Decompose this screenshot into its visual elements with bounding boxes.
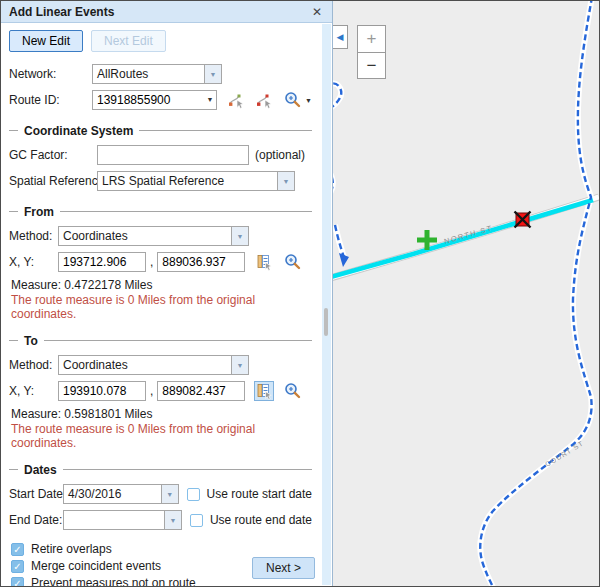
end-date-label: End Date: — [9, 513, 63, 527]
to-x-input[interactable] — [58, 381, 146, 401]
collapse-panel-button[interactable]: ◀ — [333, 25, 348, 49]
network-select-arrow-icon[interactable]: ▼ — [204, 65, 221, 83]
select-route-end-on-map-icon[interactable] — [255, 90, 274, 110]
river-casing — [333, 1, 592, 586]
prevent-measures-checkbox[interactable]: ✓ — [11, 577, 24, 587]
coordinate-system-title: Coordinate System — [24, 124, 133, 138]
network-select-value: AllRoutes — [93, 65, 204, 83]
collapse-arrow-icon: ◀ — [337, 32, 344, 42]
panel-title: Add Linear Events — [9, 5, 114, 19]
to-y-input[interactable] — [157, 381, 245, 401]
spatial-reference-label: Spatial Reference: — [9, 174, 97, 188]
to-method-label: Method: — [9, 358, 58, 372]
from-xy-label: X, Y: — [9, 255, 58, 269]
gc-factor-label: GC Factor: — [9, 148, 97, 162]
end-date-arrow-icon[interactable]: ▼ — [164, 511, 181, 529]
network-select[interactable]: AllRoutes ▼ — [92, 64, 222, 84]
to-method-arrow-icon[interactable]: ▼ — [231, 356, 248, 374]
stream-arrowhead — [339, 253, 349, 267]
to-measure-warning: The route measure is 0 Miles from the or… — [11, 422, 312, 450]
xy-separator: , — [150, 255, 153, 269]
close-icon[interactable]: ✕ — [310, 5, 324, 19]
next-edit-button: Next Edit — [91, 30, 166, 52]
to-title: To — [24, 334, 38, 348]
add-linear-events-panel: Add Linear Events ✕ New Edit Next Edit N… — [1, 1, 333, 586]
to-point-marker[interactable] — [515, 212, 531, 228]
network-label: Network: — [9, 67, 92, 81]
end-date-row: End Date: ▼ Use route end date — [9, 509, 312, 531]
pick-to-coordinates-icon[interactable] — [254, 381, 274, 401]
map-zoom-control: + − — [357, 25, 386, 79]
from-method-row: Method: Coordinates ▼ — [9, 225, 312, 247]
to-xy-label: X, Y: — [9, 384, 58, 398]
from-method-select[interactable]: Coordinates ▼ — [58, 226, 249, 246]
from-method-value: Coordinates — [59, 227, 231, 245]
map-canvas[interactable]: NORTH ST COURT ST — [333, 1, 599, 586]
use-route-start-date-checkbox[interactable] — [187, 488, 200, 501]
xy-separator: , — [150, 384, 153, 398]
zoom-to-from-point-icon[interactable] — [283, 252, 303, 272]
use-route-end-date-checkbox[interactable] — [190, 514, 203, 527]
start-date-arrow-icon[interactable]: ▼ — [161, 485, 178, 503]
zoom-to-to-point-icon[interactable] — [283, 381, 303, 401]
gc-factor-input[interactable] — [97, 145, 249, 165]
route-id-row: Route ID: ▼ — [9, 89, 312, 111]
to-method-value: Coordinates — [59, 356, 231, 374]
from-xy-row: X, Y: , — [9, 251, 312, 273]
map-view[interactable]: NORTH ST COURT ST ◀ + − — [333, 1, 599, 586]
panel-body: New Edit Next Edit Network: AllRoutes ▼ … — [1, 23, 332, 586]
route-id-input[interactable] — [92, 90, 217, 110]
start-date-label: Start Date: — [9, 487, 63, 501]
use-route-start-date-label: Use route start date — [207, 487, 312, 501]
panel-header: Add Linear Events ✕ — [1, 1, 332, 23]
zoom-to-route-icon[interactable] — [283, 90, 303, 110]
end-date-select[interactable]: ▼ — [63, 510, 182, 530]
route-id-combobox[interactable]: ▼ — [92, 90, 217, 110]
panel-scrollbar[interactable] — [322, 24, 331, 585]
spatial-reference-value: LRS Spatial Reference — [98, 172, 277, 190]
from-title: From — [24, 205, 54, 219]
to-method-select[interactable]: Coordinates ▼ — [58, 355, 249, 375]
use-route-end-date-label: Use route end date — [210, 513, 312, 527]
zoom-out-button[interactable]: − — [357, 52, 386, 79]
spatial-reference-row: Spatial Reference: LRS Spatial Reference… — [9, 170, 312, 192]
start-date-value: 4/30/2016 — [64, 485, 161, 503]
end-date-value — [64, 511, 164, 529]
street-label-court-st: COURT ST — [544, 439, 585, 467]
retire-overlaps-label: Retire overlaps — [31, 542, 112, 556]
spatial-reference-arrow-icon[interactable]: ▼ — [277, 172, 294, 190]
to-method-row: Method: Coordinates ▼ — [9, 354, 312, 376]
event-editor-window: Add Linear Events ✕ New Edit Next Edit N… — [0, 0, 600, 587]
start-date-select[interactable]: 4/30/2016 ▼ — [63, 484, 179, 504]
retire-overlaps-row: ✓ Retire overlaps — [11, 541, 312, 557]
to-section: To — [9, 333, 312, 348]
prevent-measures-label: Prevent measures not on route — [31, 576, 196, 586]
retire-overlaps-checkbox[interactable]: ✓ — [11, 543, 24, 556]
from-x-input[interactable] — [58, 252, 146, 272]
select-route-start-on-map-icon[interactable] — [226, 90, 245, 110]
next-button[interactable]: Next > — [252, 557, 315, 579]
start-date-row: Start Date: 4/30/2016 ▼ Use route start … — [9, 483, 312, 505]
merge-coincident-events-checkbox[interactable]: ✓ — [11, 560, 24, 573]
route-id-label: Route ID: — [9, 93, 92, 107]
dates-title: Dates — [24, 463, 57, 477]
dates-section: Dates — [9, 462, 312, 477]
edit-toolbar: New Edit Next Edit — [9, 30, 312, 52]
from-y-input[interactable] — [157, 252, 245, 272]
network-row: Network: AllRoutes ▼ — [9, 63, 312, 85]
gc-factor-row: GC Factor: (optional) — [9, 144, 312, 166]
from-method-arrow-icon[interactable]: ▼ — [231, 227, 248, 245]
zoom-options-caret-icon[interactable]: ▼ — [305, 97, 312, 104]
zoom-in-button[interactable]: + — [357, 25, 386, 52]
pick-from-coordinates-icon[interactable] — [254, 252, 274, 272]
river-line — [333, 1, 592, 586]
from-section: From — [9, 204, 312, 219]
to-xy-row: X, Y: , — [9, 380, 312, 402]
panel-scrollbar-thumb[interactable] — [324, 308, 328, 336]
from-measure-text: Measure: 0.4722178 Miles — [11, 278, 312, 292]
new-edit-button[interactable]: New Edit — [9, 30, 83, 52]
merge-coincident-events-label: Merge coincident events — [31, 559, 161, 573]
gc-factor-optional-hint: (optional) — [255, 148, 305, 162]
from-measure-warning: The route measure is 0 Miles from the or… — [11, 293, 312, 321]
spatial-reference-select[interactable]: LRS Spatial Reference ▼ — [97, 171, 295, 191]
